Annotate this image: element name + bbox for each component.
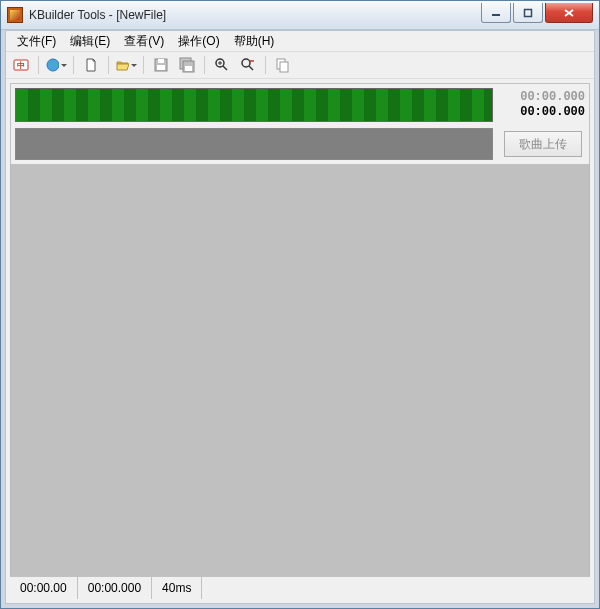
svg-rect-21 (280, 62, 288, 72)
open-folder-icon (115, 57, 129, 73)
lyrics-bar[interactable] (15, 128, 493, 160)
find-button[interactable] (211, 54, 233, 76)
minimize-icon (491, 8, 501, 18)
toolbar-separator (143, 56, 144, 74)
save-all-icon (179, 57, 195, 73)
find-icon (214, 57, 230, 73)
timeline-panel: 00:00.000 00:00.000 歌曲上传 (10, 83, 590, 165)
statusbar: 00:00.00 00:00.000 40ms (10, 576, 590, 599)
svg-line-18 (249, 66, 253, 70)
app-window: KBuilder Tools - [NewFile] 文件(F) 编辑(E) 查… (0, 0, 600, 609)
close-icon (563, 8, 575, 18)
status-time-b: 00:00.000 (78, 577, 152, 599)
svg-rect-12 (185, 66, 192, 71)
app-icon (7, 7, 23, 23)
window-controls (481, 3, 597, 23)
new-file-icon (83, 57, 99, 73)
toolbar: 中 (6, 52, 594, 79)
status-interval: 40ms (152, 577, 202, 599)
save-all-button[interactable] (176, 54, 198, 76)
menu-help[interactable]: 帮助(H) (227, 31, 282, 52)
save-button[interactable] (150, 54, 172, 76)
maximize-icon (523, 8, 533, 18)
menu-view[interactable]: 查看(V) (117, 31, 171, 52)
menu-file[interactable]: 文件(F) (10, 31, 63, 52)
titlebar[interactable]: KBuilder Tools - [NewFile] (1, 1, 599, 30)
copy-button[interactable] (272, 54, 294, 76)
waveform-bar[interactable] (15, 88, 493, 122)
globe-icon (45, 57, 59, 73)
toolbar-separator (38, 56, 39, 74)
upload-wrap: 歌曲上传 (501, 128, 585, 160)
lang-icon: 中 (13, 57, 29, 73)
copy-icon (275, 57, 291, 73)
toolbar-separator (73, 56, 74, 74)
minimize-button[interactable] (481, 3, 511, 23)
time-display: 00:00.000 00:00.000 (501, 88, 585, 122)
lang-button[interactable]: 中 (10, 54, 32, 76)
maximize-button[interactable] (513, 3, 543, 23)
svg-rect-8 (158, 59, 164, 63)
time-end: 00:00.000 (501, 105, 585, 120)
svg-line-14 (223, 66, 227, 70)
upload-button[interactable]: 歌曲上传 (504, 131, 582, 157)
status-time-a: 00:00.00 (10, 577, 78, 599)
save-icon (153, 57, 169, 73)
client-area: 文件(F) 编辑(E) 查看(V) 操作(O) 帮助(H) 中 (5, 30, 595, 604)
toolbar-separator (108, 56, 109, 74)
close-button[interactable] (545, 3, 593, 23)
svg-rect-1 (525, 9, 532, 16)
find-replace-icon (240, 57, 256, 73)
window-title: KBuilder Tools - [NewFile] (29, 8, 481, 22)
new-file-button[interactable] (80, 54, 102, 76)
svg-text:中: 中 (17, 61, 25, 70)
menu-operation[interactable]: 操作(O) (171, 31, 226, 52)
workspace[interactable] (10, 165, 590, 576)
time-start: 00:00.000 (501, 90, 585, 105)
open-button[interactable] (115, 54, 137, 76)
menubar: 文件(F) 编辑(E) 查看(V) 操作(O) 帮助(H) (6, 31, 594, 52)
svg-rect-9 (157, 65, 165, 70)
svg-point-17 (242, 59, 250, 67)
toolbar-separator (204, 56, 205, 74)
toolbar-separator (265, 56, 266, 74)
globe-button[interactable] (45, 54, 67, 76)
find-replace-button[interactable] (237, 54, 259, 76)
menu-edit[interactable]: 编辑(E) (63, 31, 117, 52)
